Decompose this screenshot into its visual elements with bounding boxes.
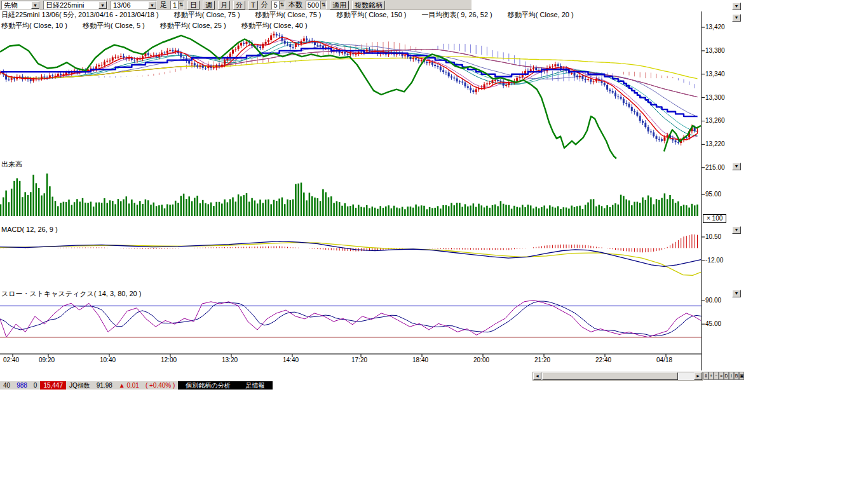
status-item: ▲ 0.01 <box>116 381 142 390</box>
status-item: 91.98 <box>93 381 116 390</box>
status-item: 988 <box>13 381 31 390</box>
legend-item: 移動平均( Close, 10 ) <box>1 21 67 30</box>
volume-pane-label: 出来高 <box>1 159 22 169</box>
legend-item: 移動平均( Close, 75 ) <box>174 10 240 20</box>
indicator-legend-line1: 日経225mini 13/06( 5分, 2013/04/16 - 2013/0… <box>1 10 574 20</box>
indicator-legend-line2: 移動平均( Close, 10 )移動平均( Close, 5 )移動平均( C… <box>1 21 308 30</box>
legend-item: 一目均衡表( 9, 26, 52 ) <box>422 10 492 20</box>
stoch-pane-label: スロー・ストキャスティクス( 14, 3, 80, 20 ) <box>1 289 141 299</box>
legend-item: 移動平均( Close, 40 ) <box>241 21 308 30</box>
status-item: JQ指数 <box>66 381 93 390</box>
bottom-info-bar: 40988015,447JQ指数91.98▲ 0.01( +0.40% )個別銘… <box>0 381 273 390</box>
legend-item: 移動平均( Close, 5 ) <box>83 21 145 30</box>
bottom-tab[interactable]: 足情報 <box>238 381 273 390</box>
chart-application-window: 先物 ▼ 日経225mini ▼ 13/06 ▼ 足 1 ⇅ 日 週 月 分 T… <box>0 0 868 488</box>
bottom-tab[interactable]: 個別銘柄の分析 <box>178 381 238 390</box>
status-item: 40 <box>0 381 13 390</box>
status-item: 15,447 <box>40 381 66 390</box>
status-item: ( +0.40% ) <box>142 381 178 390</box>
macd-pane-label: MACD( 12, 26, 9 ) <box>1 226 58 233</box>
legend-item: 移動平均( Close, 25 ) <box>160 21 226 30</box>
legend-item: 移動平均( Close, 75 ) <box>255 10 322 20</box>
chart-canvas[interactable] <box>0 0 743 376</box>
status-item: 0 <box>31 381 41 390</box>
legend-item: 移動平均( Close, 150 ) <box>337 10 407 20</box>
legend-item: 日経225mini 13/06( 5分, 2013/04/16 - 2013/0… <box>1 10 159 20</box>
legend-item: 移動平均( Close, 20 ) <box>508 10 574 20</box>
